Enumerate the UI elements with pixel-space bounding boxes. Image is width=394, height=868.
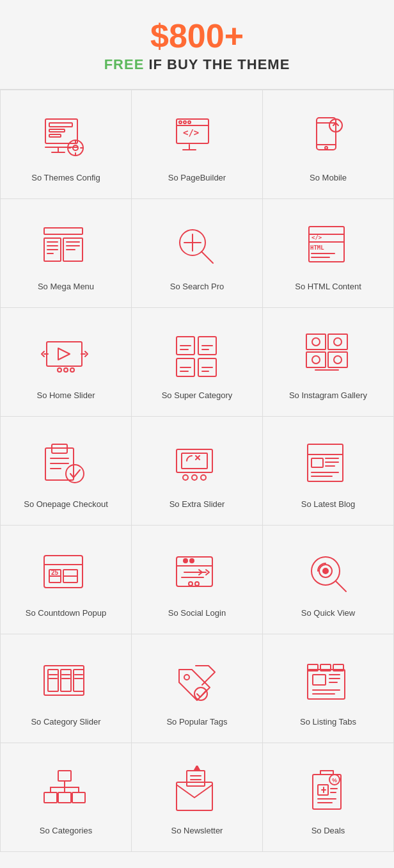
svg-line-111	[336, 581, 346, 591]
grid-item-popular-tags: So Popular Tags	[132, 634, 263, 743]
grid-item-categories: So Categories	[1, 743, 132, 852]
svg-marker-48	[58, 348, 70, 360]
svg-point-108	[190, 559, 194, 563]
svg-point-85	[201, 475, 206, 480]
svg-rect-67	[328, 334, 347, 350]
item-label: So Popular Tags	[166, 717, 227, 727]
item-label: So Newsletter	[171, 826, 223, 835]
grid-item-extra-slider: So Extra Slider	[132, 417, 263, 526]
svg-line-37	[201, 252, 213, 263]
deals-icon: %	[303, 766, 354, 817]
header: $800+ FREE IF BUY THE THEME	[0, 0, 394, 90]
svg-point-106	[195, 582, 199, 586]
grid-item-mega-menu: So Mega Menu	[1, 199, 132, 308]
pagebuilder-icon: </>	[171, 113, 223, 164]
item-label: So Super Category	[162, 390, 233, 400]
svg-point-49	[58, 368, 61, 372]
svg-point-24	[325, 147, 327, 149]
svg-rect-136	[44, 792, 57, 803]
svg-marker-148	[194, 766, 200, 770]
svg-rect-11	[49, 129, 65, 132]
plugin-grid: So Themes Config </> So PageBuilder So M…	[0, 90, 394, 852]
item-label: So Social Login	[168, 608, 226, 618]
svg-text:HTML: HTML	[310, 245, 324, 251]
grid-item-super-category: So Super Category	[132, 308, 263, 417]
grid-item-instagram-gallery: So Instagram Gallery	[263, 308, 394, 417]
grid-item-search-pro: So Search Pro	[132, 199, 263, 308]
item-label: So Instagram Gallery	[289, 390, 367, 400]
price-text: $800+	[13, 19, 381, 52]
grid-item-listing-tabs: So Listing Tabs	[263, 634, 394, 743]
countdown-popup-icon: 25	[40, 548, 91, 599]
svg-rect-68	[306, 352, 326, 367]
grid-item-countdown-popup: 25 So Countdown Popup	[1, 526, 132, 634]
item-label: So Search Pro	[170, 282, 225, 291]
popular-tags-icon	[171, 657, 223, 708]
svg-point-73	[334, 356, 342, 364]
svg-point-107	[184, 559, 187, 563]
grid-item-themes-config: So Themes Config	[1, 90, 132, 199]
svg-point-15	[179, 121, 182, 124]
svg-rect-137	[58, 792, 71, 803]
grid-item-onepage-checkout: So Onepage Checkout	[1, 417, 132, 526]
grid-item-newsletter: So Newsletter	[132, 743, 263, 852]
svg-text:</>: </>	[183, 127, 199, 138]
grid-item-category-slider: So Category Slider	[1, 634, 132, 743]
svg-point-83	[183, 475, 188, 480]
svg-point-105	[189, 582, 193, 586]
svg-point-84	[192, 475, 197, 480]
listing-tabs-icon	[303, 657, 354, 708]
grid-item-pagebuilder: </> So PageBuilder	[132, 90, 263, 199]
svg-point-80	[66, 465, 84, 483]
item-label: So HTML Content	[295, 282, 361, 291]
search-pro-icon	[171, 221, 223, 273]
svg-rect-116	[74, 670, 84, 691]
svg-point-51	[70, 368, 74, 372]
svg-rect-66	[306, 334, 326, 350]
svg-rect-115	[61, 670, 71, 691]
svg-rect-12	[49, 134, 61, 137]
svg-rect-88	[311, 458, 323, 467]
svg-text:</>: </>	[311, 234, 322, 241]
svg-point-17	[188, 121, 191, 124]
svg-point-70	[312, 338, 320, 346]
grid-item-latest-blog: So Latest Blog	[263, 417, 394, 526]
latest-blog-icon	[303, 439, 354, 490]
item-label: So Latest Blog	[301, 499, 356, 509]
item-label: So Listing Tabs	[300, 717, 356, 727]
mobile-icon	[303, 113, 354, 164]
item-label: So Onepage Checkout	[24, 499, 108, 509]
themes-config-icon	[40, 113, 91, 164]
svg-rect-135	[58, 771, 71, 781]
svg-point-16	[184, 121, 186, 124]
svg-rect-82	[182, 453, 207, 469]
item-label: So Deals	[311, 826, 345, 835]
item-label: So Themes Config	[31, 173, 100, 182]
svg-rect-129	[313, 675, 326, 685]
item-label: So Home Slider	[36, 390, 95, 400]
grid-item-mobile: So Mobile	[263, 90, 394, 199]
svg-point-71	[334, 338, 342, 346]
grid-item-deals: % So Deals	[263, 743, 394, 852]
item-label: So Category Slider	[31, 717, 100, 727]
svg-rect-10	[49, 123, 72, 127]
newsletter-icon	[171, 766, 223, 817]
grid-item-html-content: </> HTML So HTML Content	[263, 199, 394, 308]
item-label: So PageBuilder	[168, 173, 226, 182]
svg-rect-47	[47, 342, 82, 366]
social-login-icon	[171, 548, 223, 599]
home-slider-icon	[40, 330, 91, 382]
item-label: So Mega Menu	[38, 282, 94, 291]
grid-item-home-slider: So Home Slider	[1, 308, 132, 417]
svg-text:%: %	[332, 777, 337, 784]
categories-icon	[40, 766, 91, 817]
item-label: So Countdown Popup	[26, 608, 106, 618]
svg-point-50	[64, 368, 68, 372]
instagram-gallery-icon	[303, 330, 354, 382]
extra-slider-icon	[171, 439, 223, 490]
item-label: So Categories	[40, 826, 92, 835]
svg-point-112	[323, 568, 328, 574]
html-content-icon: </> HTML	[303, 221, 354, 273]
item-label: So Extra Slider	[169, 499, 225, 509]
grid-item-social-login: So Social Login	[132, 526, 263, 634]
